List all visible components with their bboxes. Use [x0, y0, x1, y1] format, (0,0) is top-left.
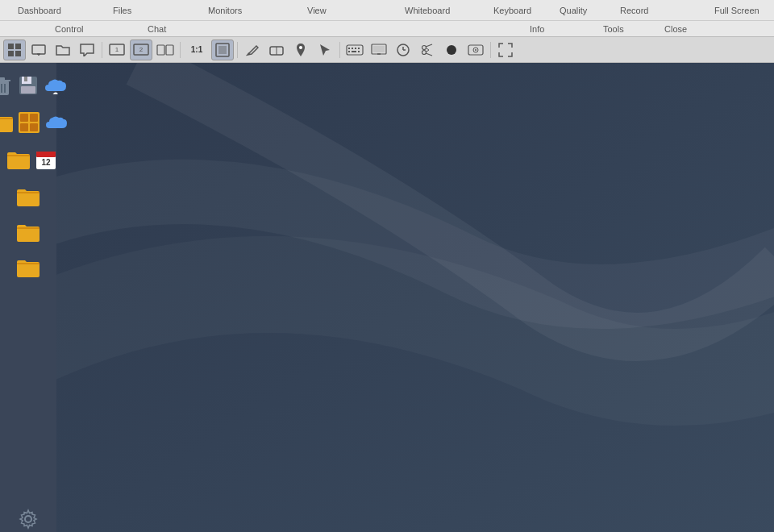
svg-point-41 — [475, 49, 476, 51]
sidebar-cloud-2[interactable] — [44, 106, 67, 139]
tools-button[interactable] — [416, 39, 439, 60]
monitor-info-button[interactable] — [368, 39, 390, 60]
svg-line-34 — [426, 44, 432, 47]
sidebar-row-3: 12 — [0, 143, 56, 176]
svg-rect-23 — [348, 51, 350, 52]
keyboard-button[interactable] — [343, 39, 366, 60]
label-monitors[interactable]: Monitors — [208, 6, 242, 15]
svg-rect-1 — [15, 44, 21, 49]
label-close[interactable]: Close — [664, 24, 687, 34]
sidebar-folder-2[interactable] — [6, 143, 31, 176]
svg-text:12: 12 — [41, 158, 51, 167]
label-dashboard[interactable]: Dashboard — [18, 6, 61, 15]
sidebar-row-5 — [0, 216, 56, 248]
display-button[interactable] — [27, 39, 50, 60]
svg-rect-2 — [8, 51, 14, 56]
sidebar-row-2 — [0, 106, 56, 139]
sidebar-row-6 — [0, 251, 56, 284]
background-decoration — [56, 63, 774, 532]
sidebar-save[interactable] — [18, 69, 39, 102]
svg-point-61 — [25, 516, 31, 522]
svg-rect-27 — [373, 46, 385, 52]
svg-rect-24 — [352, 51, 356, 52]
label-fullscreen[interactable]: Full Screen — [714, 6, 759, 15]
sidebar: ☁ — [0, 63, 56, 532]
pointer-button[interactable] — [314, 39, 336, 60]
svg-rect-57 — [30, 123, 38, 131]
svg-rect-14 — [218, 46, 227, 54]
monitor2-button[interactable]: 2 — [130, 39, 152, 60]
svg-text:2: 2 — [139, 46, 144, 53]
label-keyboard[interactable]: Keyboard — [493, 6, 531, 15]
svg-point-32 — [422, 45, 427, 49]
remote-button[interactable] — [464, 39, 487, 60]
label-files[interactable]: Files — [113, 6, 131, 15]
chat-button[interactable] — [76, 39, 98, 60]
record-button[interactable] — [440, 39, 463, 60]
sidebar-calendar[interactable]: 12 — [35, 143, 56, 176]
sidebar-folder-3[interactable] — [6, 181, 50, 213]
sidebar-row-4 — [0, 181, 56, 213]
svg-rect-21 — [355, 48, 356, 49]
sidebar-folder-5[interactable] — [6, 251, 50, 284]
svg-rect-18 — [347, 45, 363, 55]
svg-rect-59 — [36, 152, 56, 157]
main-area: ☁ — [0, 63, 774, 532]
svg-rect-22 — [358, 48, 360, 49]
sidebar-trash[interactable] — [0, 69, 13, 102]
sidebar-settings[interactable] — [6, 503, 50, 532]
label-record[interactable]: Record — [620, 6, 648, 15]
sep3 — [237, 42, 238, 58]
svg-rect-20 — [352, 48, 353, 49]
svg-rect-11 — [157, 45, 164, 55]
label-quality[interactable]: Quality — [560, 6, 587, 15]
sidebar-row-1: ☁ — [0, 69, 56, 102]
clock-button[interactable] — [392, 39, 414, 60]
fit-button[interactable] — [211, 39, 234, 60]
svg-rect-25 — [358, 51, 360, 52]
svg-rect-12 — [166, 45, 173, 55]
svg-line-36 — [427, 48, 430, 50]
svg-text:1: 1 — [115, 46, 119, 53]
svg-rect-4 — [32, 45, 45, 54]
svg-point-17 — [299, 46, 302, 49]
top-label-bar: Dashboard Files Monitors View Whiteboard… — [0, 0, 774, 21]
toolbar: 1 2 1:1 — [0, 37, 774, 63]
sidebar-grid-icon[interactable] — [19, 106, 40, 139]
label-control[interactable]: Control — [55, 24, 83, 34]
monitor1-button[interactable]: 1 — [106, 39, 128, 60]
svg-rect-0 — [8, 44, 14, 49]
svg-rect-55 — [30, 114, 38, 122]
pen-button[interactable] — [241, 39, 264, 60]
svg-line-35 — [426, 53, 432, 56]
fullscreen-button[interactable] — [494, 39, 517, 60]
sep5 — [490, 42, 491, 58]
sidebar-folder-1[interactable] — [0, 106, 14, 139]
ratio-button[interactable]: 1:1 — [184, 39, 210, 60]
label-info[interactable]: Info — [530, 24, 544, 34]
label-whiteboard[interactable]: Whiteboard — [405, 6, 450, 15]
svg-point-38 — [447, 45, 456, 55]
sidebar-folder-4[interactable] — [6, 216, 50, 248]
sep1 — [102, 42, 102, 58]
eraser-button[interactable] — [265, 39, 288, 60]
dual-monitor-button[interactable] — [154, 39, 177, 60]
svg-rect-50 — [24, 77, 27, 81]
pin-button[interactable] — [289, 39, 312, 60]
svg-rect-3 — [15, 51, 21, 56]
svg-text:☁: ☁ — [52, 89, 58, 94]
sep4 — [339, 42, 340, 58]
sidebar-cloud-1[interactable]: ☁ — [44, 69, 66, 102]
svg-rect-44 — [0, 77, 5, 81]
content-area — [56, 63, 774, 532]
sep2 — [180, 42, 181, 58]
label-chat[interactable]: Chat — [148, 24, 166, 34]
svg-line-37 — [427, 50, 430, 52]
label-tools[interactable]: Tools — [603, 24, 624, 34]
label-view[interactable]: View — [307, 6, 327, 15]
svg-rect-56 — [20, 123, 28, 131]
dashboard-button[interactable] — [3, 39, 26, 60]
svg-point-33 — [422, 50, 427, 54]
svg-rect-54 — [20, 114, 28, 122]
files-button[interactable] — [52, 39, 74, 60]
